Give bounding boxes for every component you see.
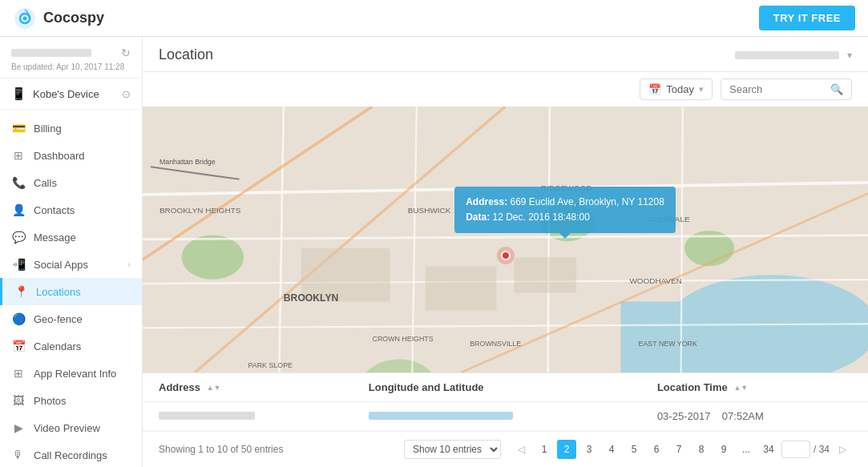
sidebar-item-video-preview[interactable]: ▶ Video Preview bbox=[0, 414, 142, 441]
svg-text:BUSHWICK: BUSHWICK bbox=[408, 206, 451, 215]
pagination-next-icon[interactable]: ▷ bbox=[833, 440, 852, 459]
sidebar-device-row[interactable]: 📱 Kobe's Device ⊙ bbox=[0, 79, 142, 110]
coords-cell bbox=[353, 402, 641, 431]
pagination-controls: ◁ 1 2 3 4 5 6 7 8 9 ... 34 / 34 ▷ bbox=[512, 440, 852, 459]
search-input[interactable] bbox=[729, 83, 826, 95]
page-btn-8[interactable]: 8 bbox=[692, 440, 711, 459]
page-btn-5[interactable]: 5 bbox=[624, 440, 644, 459]
svg-text:BROOKLYN HEIGHTS: BROOKLYN HEIGHTS bbox=[159, 206, 241, 215]
page-btn-9[interactable]: 9 bbox=[714, 440, 733, 459]
location-table: Address ▲▼ Longitude and Latitude Locati… bbox=[143, 373, 868, 431]
sidebar-item-locations[interactable]: 📍 Locations bbox=[0, 278, 142, 305]
popup-date-line: Data: 12 Dec. 2016 18:48:00 bbox=[466, 210, 664, 225]
popup-date-label: Data: bbox=[466, 211, 490, 223]
refresh-icon[interactable]: ↻ bbox=[121, 46, 131, 59]
social-apps-arrow-icon: › bbox=[127, 260, 131, 269]
pagination-prev-icon[interactable]: ◁ bbox=[512, 440, 531, 459]
address-blurred bbox=[159, 412, 255, 420]
logo-area: Cocospy bbox=[13, 6, 759, 30]
time-cell: 03-25-2017 07:52AM bbox=[641, 402, 868, 431]
video-icon: ▶ bbox=[11, 421, 26, 434]
page-jump-input[interactable] bbox=[781, 441, 810, 458]
map-location-pin[interactable] bbox=[497, 247, 515, 264]
page-btn-3[interactable]: 3 bbox=[579, 440, 599, 459]
video-label: Video Preview bbox=[34, 422, 100, 434]
billing-icon: 💳 bbox=[11, 122, 26, 135]
time-value: 07:52AM bbox=[722, 410, 764, 422]
calendar-icon: 📅 bbox=[648, 83, 661, 95]
search-icon[interactable]: 🔍 bbox=[830, 83, 843, 95]
calendars-label: Calendars bbox=[34, 340, 81, 352]
sidebar-item-calendars[interactable]: 📅 Calendars bbox=[0, 332, 142, 360]
address-sort-icon[interactable]: ▲▼ bbox=[207, 384, 221, 393]
page-btn-6[interactable]: 6 bbox=[647, 440, 666, 459]
date-dropdown-icon: ▾ bbox=[699, 84, 704, 95]
top-nav: Cocospy TRY IT FREE bbox=[0, 0, 868, 37]
main-layout: ↻ Be updated: Apr 10, 2017 11:28 📱 Kobe'… bbox=[0, 37, 868, 467]
sidebar-item-dashboard[interactable]: ⊞ Dashboard bbox=[0, 142, 142, 169]
sidebar-item-social-apps[interactable]: 📲 Social Apps › bbox=[0, 251, 142, 278]
svg-text:CROWN HEIGHTS: CROWN HEIGHTS bbox=[373, 335, 434, 343]
photos-label: Photos bbox=[34, 395, 66, 407]
account-name-blurred bbox=[11, 49, 91, 57]
search-box: 🔍 bbox=[721, 79, 852, 100]
page-btn-2[interactable]: 2 bbox=[557, 440, 576, 459]
svg-text:WOODHAVEN: WOODHAVEN bbox=[629, 276, 682, 285]
col-coordinates[interactable]: Longitude and Latitude bbox=[353, 373, 641, 402]
show-entries-control: Show 10 entries Show 25 entries Show 50 … bbox=[404, 440, 501, 459]
sidebar-item-geo-fence[interactable]: 🔵 Geo-fence bbox=[0, 305, 142, 332]
location-time-col-label: Location Time bbox=[657, 381, 728, 393]
contacts-label: Contacts bbox=[34, 204, 75, 216]
page-btn-7[interactable]: 7 bbox=[669, 440, 688, 459]
page-btn-1[interactable]: 1 bbox=[535, 440, 554, 459]
sidebar-item-calls[interactable]: 📞 Calls bbox=[0, 169, 142, 196]
page-btn-34[interactable]: 34 bbox=[759, 440, 778, 459]
entries-per-page-select[interactable]: Show 10 entries Show 25 entries Show 50 … bbox=[404, 440, 501, 459]
page-jump-group: / 34 bbox=[781, 441, 830, 458]
svg-text:PARK SLOPE: PARK SLOPE bbox=[248, 361, 293, 369]
page-btn-ellipsis: ... bbox=[737, 440, 756, 459]
address-col-label: Address bbox=[159, 381, 200, 393]
calls-label: Calls bbox=[34, 177, 57, 189]
try-free-button[interactable]: TRY IT FREE bbox=[759, 6, 855, 30]
sidebar-item-app-relevant-info[interactable]: ⊞ App Relevant Info bbox=[0, 360, 142, 387]
address-cell bbox=[143, 402, 353, 431]
header-right: ▾ bbox=[735, 50, 852, 61]
page-btn-4[interactable]: 4 bbox=[602, 440, 621, 459]
calls-icon: 📞 bbox=[11, 176, 26, 189]
map-toolbar: 📅 Today ▾ 🔍 bbox=[143, 72, 868, 107]
contacts-icon: 👤 bbox=[11, 203, 26, 216]
geo-fence-label: Geo-fence bbox=[34, 313, 83, 325]
date-picker[interactable]: 📅 Today ▾ bbox=[640, 79, 713, 100]
sidebar-item-message[interactable]: 💬 Message bbox=[0, 223, 142, 251]
svg-point-6 bbox=[182, 235, 244, 279]
pin-outer-ring bbox=[497, 247, 515, 264]
popup-address-value: 669 Euclid Ave, Brooklyn, NY 11208 bbox=[511, 196, 664, 207]
sidebar-item-call-recordings[interactable]: 🎙 Call Recordings bbox=[0, 441, 142, 467]
call-recordings-icon: 🎙 bbox=[11, 449, 26, 461]
time-sort-icon[interactable]: ▲▼ bbox=[733, 384, 748, 393]
app-info-label: App Relevant Info bbox=[34, 368, 116, 380]
col-location-time[interactable]: Location Time ▲▼ bbox=[641, 373, 868, 402]
pagination-bar: Showing 1 to 10 of 50 entries Show 10 en… bbox=[143, 431, 868, 467]
dashboard-label: Dashboard bbox=[34, 150, 85, 162]
sidebar-item-photos[interactable]: 🖼 Photos bbox=[0, 387, 142, 414]
pagination-info: Showing 1 to 10 of 50 entries bbox=[159, 444, 283, 455]
social-apps-icon: 📲 bbox=[11, 258, 26, 271]
sidebar-account: ↻ bbox=[11, 46, 131, 59]
sidebar-updated-time: Be updated: Apr 10, 2017 11:28 bbox=[11, 62, 131, 71]
sidebar-nav: 💳 Billing ⊞ Dashboard 📞 Calls 👤 Contacts… bbox=[0, 110, 142, 467]
page-title: Location bbox=[159, 46, 213, 63]
map-container[interactable]: BROOKLYN HEIGHTS BROOKLYN BUSHWICK RIDGE… bbox=[143, 107, 868, 372]
locations-label: Locations bbox=[36, 286, 81, 298]
locations-icon: 📍 bbox=[14, 285, 28, 298]
map-location-popup: Address: 669 Euclid Ave, Brooklyn, NY 11… bbox=[454, 187, 676, 233]
col-address[interactable]: Address ▲▼ bbox=[143, 373, 353, 402]
cocospy-logo-icon bbox=[13, 6, 37, 30]
sidebar-item-billing[interactable]: 💳 Billing bbox=[0, 115, 142, 142]
sidebar-item-contacts[interactable]: 👤 Contacts bbox=[0, 196, 142, 223]
header-dropdown-arrow-icon[interactable]: ▾ bbox=[847, 50, 852, 61]
app-name: Cocospy bbox=[43, 10, 104, 26]
device-settings-icon[interactable]: ⊙ bbox=[122, 88, 131, 100]
data-table-area: Address ▲▼ Longitude and Latitude Locati… bbox=[143, 372, 868, 431]
